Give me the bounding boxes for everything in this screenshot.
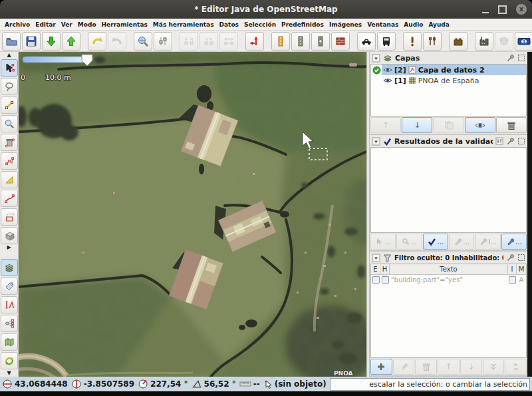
menu-imagenes[interactable]: Imágenes bbox=[327, 21, 364, 28]
menu-mas-herramientas[interactable]: Más herramientas bbox=[150, 21, 217, 28]
panel-settings-icon[interactable] bbox=[495, 137, 503, 145]
filter-enabled-checkbox[interactable] bbox=[372, 276, 380, 284]
relations-dialog-toggle[interactable] bbox=[1, 315, 18, 332]
detach-icon[interactable] bbox=[517, 54, 525, 62]
filter-col-text[interactable]: Texto bbox=[390, 264, 508, 274]
filter-inverted-checkbox[interactable] bbox=[509, 276, 516, 284]
preset-motorway-button[interactable] bbox=[271, 32, 290, 51]
panel-menu-icon[interactable] bbox=[372, 54, 380, 63]
unglue-way-button[interactable] bbox=[180, 32, 198, 51]
preset-restaurant-button[interactable] bbox=[423, 32, 442, 51]
menu-herramientas[interactable]: Herramientas bbox=[99, 21, 150, 28]
detach-icon[interactable] bbox=[517, 254, 525, 262]
preferences-button[interactable] bbox=[154, 32, 172, 51]
measurement-dialog-toggle[interactable] bbox=[1, 296, 18, 313]
menu-ver[interactable]: Ver bbox=[59, 21, 75, 28]
panel-menu-icon[interactable] bbox=[372, 137, 380, 146]
parallel-way-button[interactable] bbox=[219, 32, 238, 51]
preset-car-button[interactable] bbox=[357, 32, 376, 51]
pin-icon[interactable] bbox=[506, 137, 515, 146]
open-button[interactable] bbox=[2, 32, 21, 51]
follow-line-tool[interactable] bbox=[1, 190, 18, 207]
minimize-button[interactable] bbox=[482, 6, 489, 13]
filter-down-button[interactable]: ↓ bbox=[460, 359, 482, 375]
delete-tool[interactable] bbox=[1, 134, 18, 151]
filter-hide-checkbox[interactable] bbox=[382, 276, 389, 284]
angle-snap-tool[interactable] bbox=[1, 171, 18, 188]
join-way-button[interactable] bbox=[200, 32, 218, 51]
filter-row[interactable]: "building:part"="yes" A bbox=[371, 275, 526, 285]
reverse-way-button[interactable] bbox=[245, 32, 264, 51]
select-tool[interactable] bbox=[1, 59, 18, 77]
upload-button[interactable] bbox=[62, 32, 80, 51]
search-button[interactable] bbox=[134, 32, 152, 51]
preset-works-button[interactable] bbox=[475, 32, 493, 51]
title-bar[interactable]: * Editor Java de OpenStreetMap x bbox=[0, 0, 532, 19]
layers-list[interactable]: [2] Capa de datos 2 [1] PNOA de España bbox=[370, 64, 527, 116]
filter-list-area[interactable] bbox=[370, 285, 527, 358]
preset-bus-button[interactable] bbox=[377, 32, 396, 51]
preset-road-button[interactable] bbox=[291, 32, 310, 51]
undo-button[interactable] bbox=[88, 32, 106, 51]
preset-hazard-button[interactable] bbox=[403, 32, 422, 51]
validation-lookup-button[interactable]: ... bbox=[396, 234, 422, 250]
filter-col-inverted[interactable]: I bbox=[508, 264, 517, 274]
zoom-tool[interactable] bbox=[1, 115, 18, 132]
validation-results-list[interactable] bbox=[370, 147, 527, 233]
changeset-dialog-toggle[interactable] bbox=[1, 352, 18, 369]
map-canvas[interactable]: 0 10.0 m PNOA bbox=[19, 52, 366, 377]
preset-junction-button[interactable] bbox=[311, 32, 330, 51]
menu-editar[interactable]: Editar bbox=[33, 21, 59, 28]
preset-disabled-button[interactable] bbox=[495, 32, 513, 51]
visibility-eye-icon[interactable] bbox=[383, 67, 392, 73]
detach-icon[interactable] bbox=[517, 137, 525, 145]
extrude-tool[interactable] bbox=[1, 208, 18, 226]
layer-delete-button[interactable] bbox=[496, 117, 527, 133]
layers-dialog-toggle[interactable] bbox=[1, 259, 18, 276]
scroll-up-icon[interactable]: ▲ bbox=[7, 53, 11, 59]
menu-datos[interactable]: Datos bbox=[217, 21, 241, 28]
filter-delete-button[interactable] bbox=[415, 359, 437, 375]
menu-archivo[interactable]: Archivo bbox=[2, 21, 33, 28]
filter-edit-button[interactable] bbox=[393, 359, 415, 375]
layer-down-button[interactable]: ↓ bbox=[402, 117, 432, 133]
filter-col-mode[interactable]: M bbox=[517, 264, 526, 274]
pin-icon[interactable] bbox=[506, 54, 515, 63]
menu-modo[interactable]: Modo bbox=[75, 21, 99, 28]
layer-row-imagery[interactable]: [1] PNOA de España bbox=[371, 75, 526, 86]
preset-money-button[interactable]: 1 bbox=[515, 32, 532, 51]
filter-expression[interactable]: "building:part"="yes" bbox=[390, 275, 508, 285]
filter-sort-button[interactable] bbox=[505, 359, 527, 375]
tags-dialog-toggle[interactable] bbox=[1, 278, 18, 295]
menu-seleccion[interactable]: Selección bbox=[241, 21, 279, 28]
panel-menu-icon[interactable] bbox=[372, 254, 380, 262]
menu-predefinidos[interactable]: Predefinidos bbox=[279, 21, 327, 28]
validation-select-button[interactable]: ... bbox=[370, 234, 396, 250]
save-button[interactable] bbox=[22, 32, 41, 51]
filter-col-hide[interactable]: H bbox=[380, 264, 390, 274]
filter-add-button[interactable] bbox=[370, 359, 392, 375]
building-tool[interactable] bbox=[1, 227, 18, 244]
close-button[interactable]: x bbox=[516, 4, 527, 15]
lasso-tool[interactable] bbox=[1, 78, 18, 95]
layer-visibility-button[interactable] bbox=[465, 117, 495, 133]
filter-move-bottom-button[interactable] bbox=[483, 359, 505, 375]
filter-up-button[interactable]: ↑ bbox=[438, 359, 460, 375]
minimap-dialog-toggle[interactable] bbox=[1, 333, 18, 351]
menu-ventanas[interactable]: Ventanas bbox=[364, 21, 401, 28]
layer-row-data[interactable]: [2] Capa de datos 2 bbox=[371, 65, 526, 75]
download-button[interactable] bbox=[42, 32, 61, 51]
validation-run-button[interactable]: ... bbox=[423, 234, 448, 250]
maximize-button[interactable] bbox=[498, 5, 507, 14]
redo-button[interactable] bbox=[108, 32, 126, 51]
preset-castle-button[interactable] bbox=[449, 32, 467, 51]
validation-ignore-button[interactable]: I... bbox=[475, 234, 500, 250]
draw-node-tool[interactable] bbox=[1, 97, 18, 114]
layer-merge-button[interactable] bbox=[433, 117, 464, 133]
filter-col-enabled[interactable]: E bbox=[371, 264, 380, 274]
merge-nodes-tool[interactable] bbox=[1, 152, 18, 170]
menu-audio[interactable]: Audio bbox=[401, 21, 426, 28]
validation-preferences-button[interactable]: ... bbox=[501, 234, 527, 250]
visibility-eye-icon[interactable] bbox=[383, 77, 392, 84]
more-tools-expander[interactable]: ▶ bbox=[7, 245, 11, 251]
